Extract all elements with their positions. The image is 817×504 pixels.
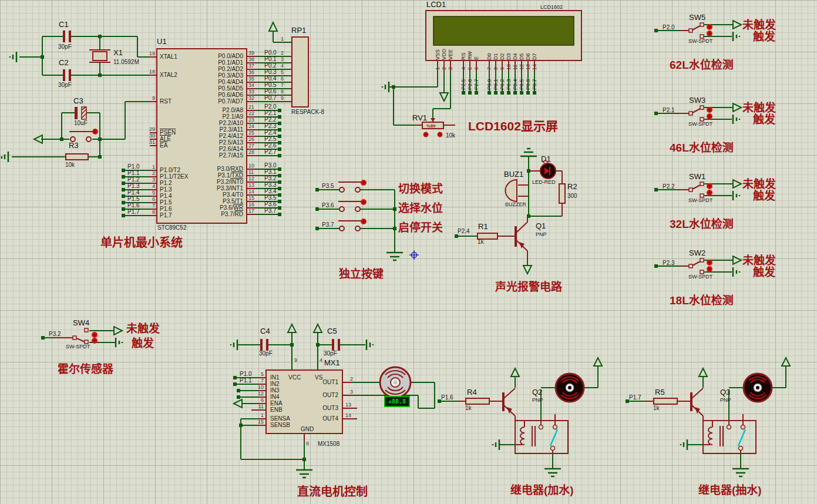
- key-function-label: 切换模式: [398, 183, 443, 195]
- state-label-closed: 触发: [753, 267, 775, 278]
- d1-value: LED-RED: [532, 179, 556, 186]
- u1-pin-num: 26: [248, 136, 254, 143]
- net-label: P2.2: [663, 183, 675, 190]
- rp1-pin-num: 9: [281, 95, 284, 102]
- rp1-pin-num: 4: [281, 63, 284, 69]
- u1-pin-num: 38: [248, 56, 254, 63]
- u1-pin-name: P0.3/AD3: [218, 72, 243, 79]
- mx1-pin-num: 10: [258, 384, 264, 391]
- u1-pin-num: 15: [248, 195, 254, 201]
- mx1-pin-num: 13: [345, 402, 351, 408]
- u1-pin-name: P1.3: [160, 186, 172, 193]
- driver-title: 直流电机控制: [297, 486, 368, 498]
- mx1-pin-name: GND: [301, 426, 314, 432]
- mx1-pin-name: VCC: [288, 374, 301, 381]
- net-label: P2.6: [264, 142, 277, 149]
- u1-pin-name: EA: [160, 142, 167, 149]
- lcd-part: LCD1602: [540, 4, 563, 11]
- q2-ref: Q2: [532, 389, 542, 395]
- net-label: P1.7: [127, 209, 140, 215]
- state-label-closed: 触发: [753, 190, 775, 202]
- r2-value: 300: [567, 193, 577, 199]
- u1-pin-name: P2.6/A14: [219, 146, 243, 152]
- u1-pin-num: 36: [248, 69, 254, 76]
- u1-pin-name: P1.7: [160, 212, 172, 219]
- u1-pin-name: RST: [160, 98, 172, 105]
- rp1-pin-num: 5: [281, 69, 284, 76]
- lcd-pin-name: VSS: [435, 46, 441, 60]
- pump-motor-drain-icon: [744, 374, 772, 402]
- ground-symbols: [2, 32, 749, 478]
- u1-pin-num: 37: [248, 63, 254, 69]
- mx1-pin-num: 2: [350, 376, 353, 382]
- relay2-lever: [738, 429, 745, 446]
- net-label: P2.5: [460, 72, 467, 90]
- mx1-pin-name: SENSB: [270, 422, 290, 428]
- u1-pin-name: P3.4/T0: [223, 191, 243, 198]
- c5-value: 30pF: [324, 350, 337, 357]
- u1-pin-num: 4: [152, 183, 155, 190]
- lcd-pin-name: D0: [486, 46, 493, 60]
- sw-ref: SW3: [689, 97, 705, 103]
- c5-ref: C5: [327, 328, 337, 334]
- net-label: P1.1: [127, 170, 140, 176]
- u1-pin-num: 33: [248, 89, 254, 95]
- u1-pin-num: 18: [149, 69, 155, 75]
- lcd-pin-name: D1: [493, 46, 499, 60]
- net-label: P0.2: [499, 72, 506, 90]
- net-label: P2.4: [264, 129, 277, 136]
- rp1-pin-num: 2: [281, 50, 284, 56]
- mx1-pin-name: OUT4: [322, 415, 338, 422]
- u1-pin-name: P3.0/RXD: [217, 166, 243, 172]
- mx1-part: MX1508: [318, 441, 339, 447]
- r2-ref: R2: [567, 183, 577, 190]
- state-label-closed: 触发: [753, 114, 775, 126]
- u1-pin-name: P3.3/INT1: [217, 185, 243, 191]
- u1-pin-name: P0.1/AD1: [218, 59, 243, 66]
- u1-pin-name: P1.4: [160, 193, 172, 199]
- c2-value: 30pF: [58, 82, 72, 88]
- u1-pin-num: 10: [248, 163, 254, 169]
- u1-pin-num: 32: [248, 95, 254, 102]
- lcd-pin-name: RS: [460, 46, 467, 60]
- lcd-pin-name: VEE: [448, 46, 454, 60]
- net-label: P3.2: [264, 175, 277, 182]
- lcd-pin-name: D7: [532, 46, 538, 60]
- relay-contact-terminals: [539, 425, 745, 451]
- mx1-pin-name: OUT3: [322, 405, 338, 411]
- water-switch-title: 32L水位检测: [670, 219, 734, 230]
- state-label-closed: 触发: [753, 31, 775, 43]
- net-label: P1.4: [127, 189, 140, 196]
- mx1-pin-name: IN2: [270, 381, 280, 387]
- u1-pin-name: P1.1/T2EX: [160, 173, 188, 180]
- u1-pin-num: 39: [248, 50, 254, 56]
- net-label: P0.5: [264, 82, 277, 88]
- r5-ref: R5: [655, 389, 665, 395]
- mx1-pin-num: 14: [345, 412, 351, 419]
- mx1-pin-num: 12: [258, 391, 264, 397]
- u1-part: STC89C52: [157, 224, 186, 231]
- net-label: P0.5: [519, 72, 525, 90]
- net-label: P3.5: [264, 194, 277, 201]
- lcd-pin-name: D2: [499, 46, 506, 60]
- net-label: P0.0: [486, 72, 493, 90]
- net-label: P1.5: [127, 196, 140, 202]
- q1-ref: Q1: [536, 223, 546, 229]
- r3-value: 10k: [65, 162, 75, 168]
- net-label: P3.0: [264, 162, 277, 169]
- lcd-pin-name: E: [473, 46, 480, 60]
- mx1-pin-name: ENB: [270, 406, 283, 413]
- crystal-body: [93, 52, 107, 61]
- r4-value: 1k: [465, 405, 472, 411]
- lcd-pin-num: 2: [441, 62, 448, 70]
- u1-pin-name: P3.6/WR: [220, 204, 243, 211]
- mx1-pin-num: 7: [261, 378, 264, 384]
- state-label-open: 未触发: [742, 19, 776, 31]
- u1-pin-name: P2.0/A8: [222, 107, 243, 113]
- u1-pin-num: 12: [248, 176, 254, 182]
- u1-pin-name: P1.5: [160, 199, 172, 206]
- mx1-pin-name: OUT1: [322, 379, 338, 385]
- net-label: P2.3: [663, 260, 675, 266]
- u1-pin-num: 5: [152, 190, 155, 196]
- net-label: P0.3: [264, 69, 277, 75]
